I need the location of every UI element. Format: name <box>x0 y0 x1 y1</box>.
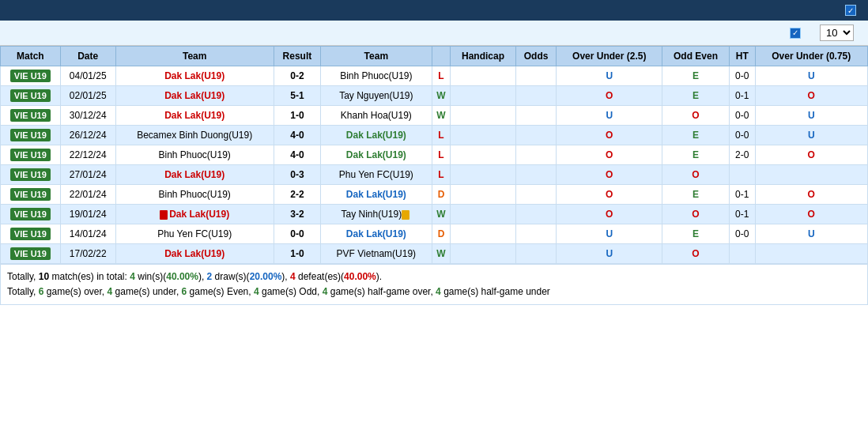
yellow-card-icon <box>402 210 409 220</box>
team2-name[interactable]: PVF Vietnam(U19) <box>337 248 416 259</box>
ou075-cell: O <box>755 185 867 205</box>
col-date: Date <box>60 47 115 66</box>
team1-name[interactable]: Dak Lak(U19) <box>164 90 225 101</box>
match-badge[interactable]: VIE U19 <box>10 188 51 201</box>
ou075-value: O <box>808 149 815 160</box>
match-badge[interactable]: VIE U19 <box>10 149 51 161</box>
total-matches: 10 <box>39 271 49 282</box>
ou25-cell: O <box>557 205 662 224</box>
oe-cell: E <box>662 86 730 106</box>
ou075-cell: U <box>755 224 867 244</box>
result-cell: 4-0 <box>274 145 321 165</box>
footer-line2: Totally, 6 game(s) over, 4 game(s) under… <box>7 284 861 299</box>
date-cell: 27/01/24 <box>60 165 115 185</box>
handicap-cell <box>451 205 515 224</box>
table-row: VIE U1902/01/25Dak Lak(U19)5-1Tay Nguyen… <box>1 86 868 106</box>
team2-name[interactable]: Binh Phuoc(U19) <box>340 70 412 81</box>
match-badge[interactable]: VIE U19 <box>10 247 51 260</box>
col-wdl <box>432 47 451 66</box>
match-badge-cell: VIE U19 <box>1 205 61 224</box>
oe-value: E <box>693 130 699 141</box>
oe-value: E <box>693 189 699 200</box>
team1-name[interactable]: Binh Phuoc(U19) <box>158 149 230 160</box>
oe-cell: O <box>662 244 730 264</box>
ou25-value: O <box>606 169 613 180</box>
team2-name[interactable]: Khanh Hoa(U19) <box>341 110 412 121</box>
ou25-value: O <box>606 209 613 220</box>
team1-name[interactable]: Dak Lak(U19) <box>164 248 225 259</box>
team2-name[interactable]: Dak Lak(U19) <box>346 228 406 239</box>
ou25-cell: U <box>557 106 662 126</box>
footer-stats: Totally, 10 match(es) in total: 4 win(s)… <box>0 264 868 305</box>
team1-name[interactable]: Dak Lak(U19) <box>169 209 229 220</box>
ou25-cell: U <box>557 66 662 86</box>
wdl-label: L <box>438 149 443 160</box>
match-badge[interactable]: VIE U19 <box>10 89 51 102</box>
oe-cell: E <box>662 224 730 244</box>
ht-cell: 0-1 <box>729 185 755 205</box>
result-cell: 1-0 <box>274 106 321 126</box>
ou075-cell <box>755 244 867 264</box>
half-over-count: 4 <box>323 286 328 297</box>
team1-name[interactable]: Dak Lak(U19) <box>164 110 225 121</box>
result-cell: 2-2 <box>274 185 321 205</box>
oe-value: O <box>692 169 699 180</box>
team1-name[interactable]: Dak Lak(U19) <box>164 70 225 81</box>
match-badge[interactable]: VIE U19 <box>10 228 51 240</box>
col-team1: Team <box>115 47 274 66</box>
team1-name[interactable]: Dak Lak(U19) <box>164 169 225 180</box>
draw-pct: 20.00% <box>250 271 282 282</box>
team2-name[interactable]: Dak Lak(U19) <box>346 189 406 200</box>
match-badge-cell: VIE U19 <box>1 185 61 205</box>
filter-row: ✓ 5 10 15 20 25 30 <box>0 21 868 46</box>
under-count: 4 <box>108 286 113 297</box>
col-match: Match <box>1 47 61 66</box>
table-row: VIE U1927/01/24Dak Lak(U19)0-3Phu Yen FC… <box>1 165 868 185</box>
ou075-value: U <box>808 70 815 81</box>
oe-value: O <box>692 209 699 220</box>
defeat-pct: 40.00% <box>344 271 376 282</box>
ht-cell: 0-0 <box>729 66 755 86</box>
match-badge[interactable]: VIE U19 <box>10 168 51 181</box>
handicap-cell <box>451 126 515 145</box>
draws-count: 2 <box>207 271 213 282</box>
date-cell: 22/12/24 <box>60 145 115 165</box>
header-bar: ✓ <box>0 0 868 21</box>
col-ou25: Over Under (2.5) <box>557 47 662 66</box>
team1-cell: Binh Phuoc(U19) <box>115 145 274 165</box>
team2-name[interactable]: Tay Nguyen(U19) <box>339 90 413 101</box>
odds-cell <box>515 185 557 205</box>
ht-cell: 0-0 <box>729 106 755 126</box>
team2-name[interactable]: Dak Lak(U19) <box>346 130 406 141</box>
match-badge[interactable]: VIE U19 <box>10 208 51 220</box>
team1-name[interactable]: Binh Phuoc(U19) <box>158 189 230 200</box>
team2-name[interactable]: Tay Ninh(U19) <box>342 209 402 220</box>
oe-value: O <box>692 248 699 259</box>
match-badge[interactable]: VIE U19 <box>10 129 51 141</box>
team1-name[interactable]: Becamex Binh Duong(U19) <box>137 130 252 141</box>
display-notes-checkbox[interactable]: ✓ <box>845 5 856 16</box>
games-select[interactable]: 5 10 15 20 25 30 <box>820 24 854 41</box>
col-odds: Odds <box>515 47 557 66</box>
match-badge[interactable]: VIE U19 <box>10 70 51 82</box>
ht-cell: 0-0 <box>729 126 755 145</box>
oe-cell: O <box>662 106 730 126</box>
team1-cell: Dak Lak(U19) <box>115 66 274 86</box>
oe-cell: E <box>662 66 730 86</box>
wdl-label: D <box>438 189 445 200</box>
ht-cell: 0-0 <box>729 224 755 244</box>
team2-name[interactable]: Phu Yen FC(U19) <box>339 169 413 180</box>
team2-name[interactable]: Dak Lak(U19) <box>346 149 406 160</box>
ou075-cell: O <box>755 205 867 224</box>
team2-cell: Khanh Hoa(U19) <box>321 106 432 126</box>
team1-name[interactable]: Phu Yen FC(U19) <box>157 228 232 239</box>
league-filter-checkbox[interactable]: ✓ <box>790 28 801 39</box>
match-badge[interactable]: VIE U19 <box>10 109 51 122</box>
odd-count: 4 <box>254 286 259 297</box>
wdl-cell: L <box>432 126 451 145</box>
result-cell: 0-2 <box>274 66 321 86</box>
footer-line1: Totally, 10 match(es) in total: 4 win(s)… <box>7 269 861 284</box>
red-card-icon <box>160 210 168 220</box>
wdl-cell: D <box>432 185 451 205</box>
oe-value: E <box>693 90 699 101</box>
